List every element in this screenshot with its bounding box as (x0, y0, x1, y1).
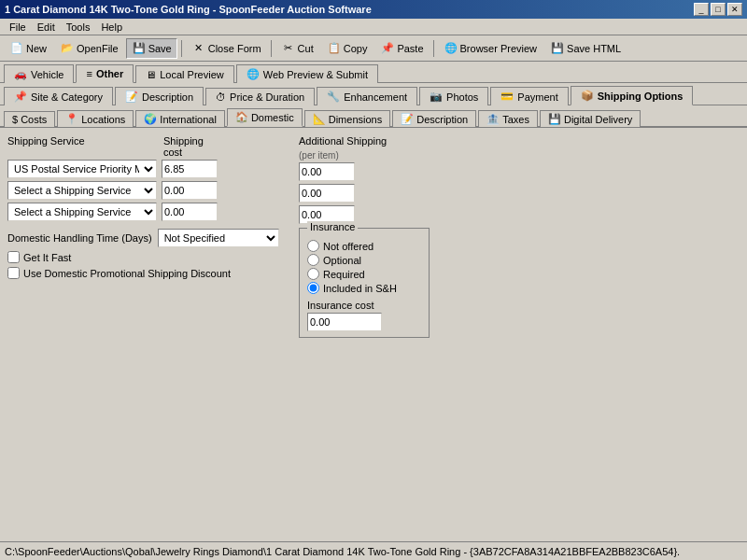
window-title: 1 Carat Diamond 14K Two-Tone Gold Ring -… (5, 4, 372, 15)
price-duration-icon: ⏱ (216, 91, 226, 103)
subtab-locations[interactable]: 📍 Locations (57, 110, 134, 127)
copy-button[interactable]: 📋 Copy (321, 38, 374, 59)
copy-icon: 📋 (327, 41, 342, 56)
menu-help[interactable]: Help (95, 21, 128, 34)
service-col-header: Shipping Service (7, 135, 159, 158)
cost-input-1[interactable] (162, 160, 218, 178)
add-cost-input-1[interactable] (299, 162, 355, 181)
taxes-icon: 🏦 (486, 113, 500, 125)
close-form-icon: ✕ (191, 41, 206, 56)
close-form-button[interactable]: ✕ Close Form (186, 38, 267, 59)
not-offered-label[interactable]: Not offered (323, 241, 374, 252)
handling-label: Domestic Handling Time (Days) (7, 232, 152, 244)
service-select-1[interactable]: US Postal Service Priority Mail Select a… (7, 160, 157, 178)
tab-description-1[interactable]: 📝 Description (115, 87, 204, 105)
insurance-radio-required[interactable] (307, 268, 319, 280)
subtab-taxes[interactable]: 🏦 Taxes (478, 110, 538, 127)
radio-not-offered: Not offered (307, 240, 421, 252)
openfile-icon: 📂 (60, 41, 75, 56)
openfile-button[interactable]: 📂 OpenFile (54, 38, 124, 59)
included-snh-label[interactable]: Included in S&H (323, 283, 397, 294)
promo-discount-label[interactable]: Use Domestic Promotional Shipping Discou… (23, 268, 231, 279)
browser-preview-icon: 🌐 (444, 41, 458, 56)
status-text: C:\SpoonFeeder\Auctions\Qobal\Jewelry Ri… (5, 546, 680, 557)
maximize-button[interactable]: □ (711, 3, 726, 16)
new-button[interactable]: 📄 New (4, 38, 52, 59)
service-select-2[interactable]: Select a Shipping Service (7, 181, 157, 200)
menu-tools[interactable]: Tools (61, 21, 96, 34)
per-item-label: (per item) (299, 150, 339, 161)
save-html-icon: 💾 (550, 41, 565, 56)
additional-shipping-header: Additional Shipping (299, 135, 387, 147)
locations-icon: 📍 (65, 113, 78, 125)
insurance-radio-not-offered[interactable] (307, 240, 319, 252)
insurance-group-label: Insurance (307, 221, 358, 232)
close-button[interactable]: ✕ (727, 3, 742, 16)
save-button[interactable]: 💾 Save (126, 38, 177, 59)
tab-enhancement[interactable]: 🔧 Enhancement (317, 87, 417, 105)
dimensions-icon: 📐 (313, 113, 326, 125)
insurance-groupbox: Insurance Not offered Optional Required (299, 228, 430, 338)
optional-label[interactable]: Optional (323, 255, 361, 266)
menu-bar: File Edit Tools Help (0, 19, 747, 35)
radio-optional: Optional (307, 254, 421, 266)
tab-payment[interactable]: 💳 Payment (490, 87, 568, 105)
menu-edit[interactable]: Edit (32, 21, 61, 34)
subtab-domestic[interactable]: 🏠 Domestic (227, 108, 303, 127)
tab-shipping-options[interactable]: 📦 Shipping Options (571, 86, 694, 105)
subtab-description[interactable]: 📝 Description (392, 110, 476, 127)
shipping-options-icon: 📦 (581, 90, 594, 102)
shipping-headers: Shipping Service Shipping cost (7, 135, 288, 158)
tab-site-category[interactable]: 📌 Site & Category (4, 87, 113, 105)
subtab-dimensions[interactable]: 📐 Dimensions (304, 110, 390, 127)
subtab-international[interactable]: 🌍 International (135, 110, 225, 127)
save-html-button[interactable]: 💾 Save HTML (544, 38, 627, 59)
service-select-3[interactable]: Select a Shipping Service (7, 203, 157, 221)
subtab-row-3: $ Costs 📍 Locations 🌍 International 🏠 Do… (0, 105, 747, 128)
get-it-fast-checkbox[interactable] (7, 251, 20, 263)
paste-button[interactable]: 📌 Paste (374, 38, 429, 59)
browser-preview-button[interactable]: 🌐 Browser Preview (438, 38, 543, 59)
handling-row: Domestic Handling Time (Days) Not Specif… (7, 229, 288, 247)
tab-price-duration[interactable]: ⏱ Price & Duration (205, 88, 315, 105)
tab-row-2: 📌 Site & Category 📝 Description ⏱ Price … (0, 83, 747, 105)
subtab-digital-delivery[interactable]: 💾 Digital Delivery (540, 110, 641, 127)
cost-input-3[interactable] (162, 203, 218, 221)
add-cost-input-2[interactable] (299, 184, 355, 203)
cut-button[interactable]: ✂ Cut (275, 38, 319, 59)
sub-description-icon: 📝 (401, 113, 414, 125)
get-it-fast-row: Get It Fast (7, 251, 288, 263)
insurance-cost-input[interactable] (307, 313, 382, 331)
site-category-icon: 📌 (14, 91, 27, 103)
subtab-costs[interactable]: $ Costs (4, 111, 55, 127)
required-label[interactable]: Required (323, 269, 365, 280)
handling-select[interactable]: Not Specified 1 2 3 (158, 229, 279, 247)
cost-input-2[interactable] (162, 181, 218, 200)
separator-2 (271, 40, 272, 57)
tab-vehicle[interactable]: 🚗 Vehicle (4, 64, 74, 83)
minimize-button[interactable]: _ (694, 3, 709, 16)
tab-local-preview[interactable]: 🖥 Local Preview (135, 65, 233, 83)
form-area: Shipping Service Shipping cost US Postal… (7, 135, 740, 338)
tab-web-preview[interactable]: 🌐 Web Preview & Submit (236, 64, 378, 83)
tab-photos[interactable]: 📷 Photos (419, 87, 488, 105)
menu-file[interactable]: File (4, 21, 32, 34)
insurance-radio-included[interactable] (307, 282, 319, 294)
photos-icon: 📷 (430, 91, 443, 103)
tab-other[interactable]: ≡ Other (76, 64, 134, 83)
description-icon: 📝 (125, 91, 138, 103)
title-bar: 1 Carat Diamond 14K Two-Tone Gold Ring -… (0, 0, 747, 19)
shipping-row-1: US Postal Service Priority Mail Select a… (7, 160, 288, 178)
get-it-fast-label[interactable]: Get It Fast (23, 252, 71, 263)
new-icon: 📄 (9, 41, 24, 56)
tab-row-1: 🚗 Vehicle ≡ Other 🖥 Local Preview 🌐 Web … (0, 62, 747, 83)
additional-shipping-section: Additional Shipping (per item) Insurance… (299, 135, 740, 338)
promo-discount-checkbox[interactable] (7, 267, 20, 279)
separator-1 (181, 40, 182, 57)
cost-col-header: Shipping cost (163, 135, 224, 158)
radio-required: Required (307, 268, 421, 280)
insurance-radio-optional[interactable] (307, 254, 319, 266)
shipping-row-2: Select a Shipping Service (7, 181, 288, 200)
vehicle-icon: 🚗 (14, 68, 27, 80)
digital-delivery-icon: 💾 (548, 113, 561, 125)
